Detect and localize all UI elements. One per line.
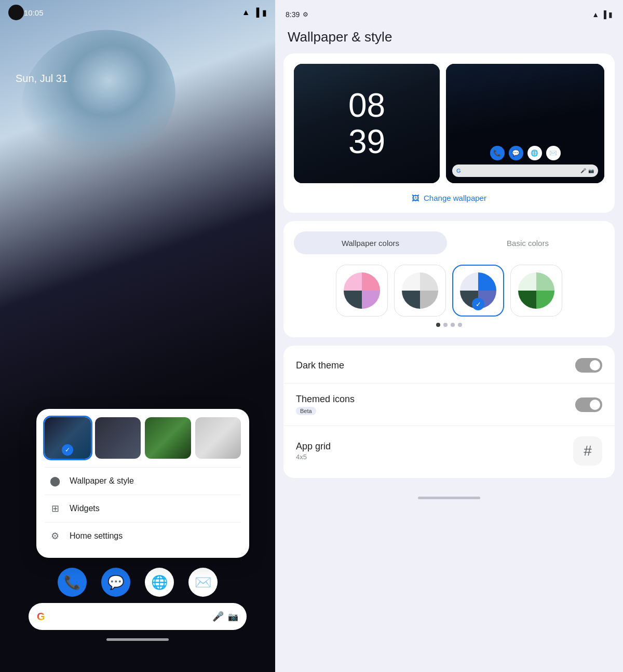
- wallpaper-card: 0839 📞 💬 🌐 ✉️ G 🎤 📷 🖼: [283, 53, 615, 213]
- dot-4: [458, 323, 462, 327]
- swatch-1-pie: [344, 272, 380, 309]
- preview-mic-icon: 🎤: [580, 168, 586, 173]
- preview-g-icon: G: [456, 168, 461, 174]
- dark-theme-row: Dark theme: [283, 348, 615, 383]
- menu-label-wallpaper: Wallpaper & style: [70, 476, 134, 486]
- right-nav-area: [275, 486, 623, 510]
- right-panel: 8:39 ⚙ ▲ ▐ ▮ Wallpaper & style 0839 📞 💬: [275, 0, 623, 672]
- color-tabs: Wallpaper colors Basic colors: [294, 231, 604, 254]
- settings-cog-icon: ⚙: [303, 11, 308, 18]
- app-grid-label-group: App grid 4x5: [296, 441, 573, 461]
- change-wallpaper-button[interactable]: 🖼 Change wallpaper: [294, 191, 604, 204]
- tab-wallpaper-colors[interactable]: Wallpaper colors: [294, 231, 447, 254]
- color-swatches: ✓: [294, 265, 604, 317]
- wifi-icon: ▲: [242, 8, 250, 17]
- mic-icon: 🎤: [212, 611, 224, 622]
- preview-app-phone: 📞: [490, 146, 505, 160]
- swatch-4-pie: [518, 272, 554, 309]
- dark-theme-toggle[interactable]: [575, 358, 602, 373]
- thumb-4[interactable]: [195, 417, 241, 459]
- thumb-1[interactable]: ✓: [45, 417, 91, 459]
- tab-basic-label: Basic colors: [507, 239, 549, 248]
- left-date: Sun, Jul 31: [16, 73, 67, 85]
- battery-icon: ▮: [262, 8, 267, 18]
- themed-icons-toggle[interactable]: [575, 397, 602, 412]
- menu-label-widgets: Widgets: [70, 504, 100, 513]
- preview-row: 0839 📞 💬 🌐 ✉️ G 🎤 📷: [294, 64, 604, 183]
- gmail-icon: ✉️: [195, 574, 211, 591]
- left-status-icons: ▲ ▐ ▮: [242, 8, 267, 18]
- themed-icons-row: Themed icons Beta: [283, 383, 615, 426]
- app-icon-phone[interactable]: 📞: [58, 568, 87, 597]
- themed-icons-label: Themed icons: [296, 394, 575, 405]
- page-title: Wallpaper & style: [275, 23, 623, 53]
- app-row: 📞 💬 🌐 ✉️: [58, 568, 218, 597]
- tab-basic-colors[interactable]: Basic colors: [451, 231, 604, 254]
- wallpaper-thumbs: ✓: [45, 417, 241, 459]
- menu-label-home-settings: Home settings: [70, 531, 123, 541]
- lens-icon: 📷: [228, 612, 238, 622]
- menu-item-wallpaper[interactable]: ⬤ Wallpaper & style: [45, 467, 241, 495]
- app-grid-label: App grid: [296, 441, 573, 452]
- themed-icons-label-group: Themed icons Beta: [296, 394, 575, 415]
- messages-icon: 💬: [107, 574, 124, 591]
- dot-3: [451, 323, 455, 327]
- app-icon-gmail[interactable]: ✉️: [188, 568, 218, 597]
- gear-icon: ⚙: [49, 530, 61, 542]
- app-icon-chrome[interactable]: 🌐: [145, 568, 174, 597]
- signal-icon: ▐: [253, 8, 259, 17]
- right-status-bar: 8:39 ⚙ ▲ ▐ ▮: [275, 0, 623, 23]
- preview-lock-screen: 0839: [294, 64, 440, 183]
- google-g-icon: G: [37, 611, 45, 623]
- preview-home-screen: 📞 💬 🌐 ✉️ G 🎤 📷: [446, 64, 604, 183]
- settings-section: Dark theme Themed icons Beta App grid 4x…: [283, 346, 615, 478]
- context-menu: ✓ ⬤ Wallpaper & style ⊞ Widgets ⚙ Home s…: [36, 409, 249, 558]
- preview-search-bar: G 🎤 📷: [452, 164, 598, 177]
- circle-icon: [8, 5, 24, 20]
- menu-item-widgets[interactable]: ⊞ Widgets: [45, 495, 241, 522]
- swatch-4[interactable]: [510, 265, 562, 317]
- preview-app-gmail: ✉️: [546, 146, 561, 160]
- beta-badge: Beta: [296, 407, 316, 415]
- nav-pill: [106, 638, 169, 641]
- swatch-2-pie: [402, 272, 438, 309]
- right-wifi-icon: ▲: [592, 10, 599, 19]
- dark-theme-label-group: Dark theme: [296, 360, 575, 371]
- chrome-icon: 🌐: [151, 574, 168, 591]
- preview-clock: 0839: [348, 87, 385, 160]
- dot-1: [436, 323, 440, 327]
- preview-apps: 📞 💬 🌐 ✉️: [452, 146, 598, 160]
- right-status-icons: ▲ ▐ ▮: [592, 10, 613, 19]
- menu-item-home-settings[interactable]: ⚙ Home settings: [45, 522, 241, 550]
- preview-app-chrome: 🌐: [527, 146, 542, 160]
- tab-wallpaper-label: Wallpaper colors: [342, 239, 399, 248]
- app-grid-sublabel: 4x5: [296, 453, 573, 461]
- app-icon-messages[interactable]: 💬: [101, 568, 130, 597]
- swatch-3[interactable]: ✓: [452, 265, 504, 317]
- right-nav-pill: [418, 497, 480, 499]
- thumb-3[interactable]: [145, 417, 191, 459]
- thumb-check-1: ✓: [62, 444, 73, 456]
- swatch-2[interactable]: [394, 265, 446, 317]
- palette-icon: ⬤: [49, 475, 61, 487]
- change-wallpaper-icon: 🖼: [412, 194, 419, 202]
- app-grid-row[interactable]: App grid 4x5 #: [283, 426, 615, 476]
- right-time: 8:39 ⚙: [286, 10, 308, 19]
- left-panel: 10:05 ▲ ▐ ▮ Sun, Jul 31 ✓ ⬤ Wallpaper & …: [0, 0, 275, 672]
- hash-icon: #: [584, 443, 592, 459]
- color-scheme-card: Wallpaper colors Basic colors: [283, 221, 615, 337]
- app-grid-icon: #: [573, 436, 602, 465]
- swatch-3-check: ✓: [472, 298, 484, 310]
- left-status-bar: 10:05 ▲ ▐ ▮: [0, 0, 275, 25]
- phone-icon: 📞: [64, 574, 80, 591]
- search-bar[interactable]: G 🎤 📷: [29, 603, 247, 630]
- change-wallpaper-label: Change wallpaper: [424, 194, 486, 202]
- bottom-dock: 📞 💬 🌐 ✉️ G 🎤 📷: [0, 568, 275, 641]
- dots-row: [294, 323, 604, 327]
- left-time: 10:05: [24, 8, 44, 17]
- grid-icon: ⊞: [49, 502, 61, 515]
- right-time-value: 8:39: [286, 10, 300, 19]
- thumb-2[interactable]: [95, 417, 141, 459]
- swatch-1[interactable]: [336, 265, 388, 317]
- right-battery-icon: ▮: [608, 10, 613, 19]
